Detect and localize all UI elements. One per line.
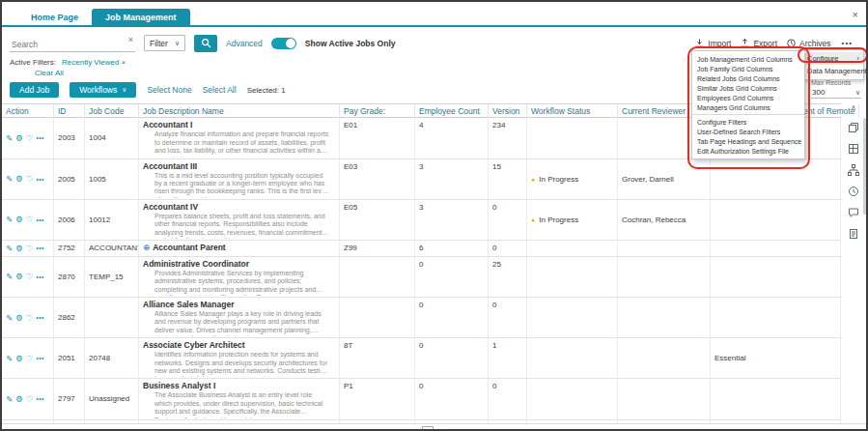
filter-chip[interactable]: Recently Viewed×	[62, 57, 126, 68]
settings-gear-icon[interactable]: ⚙	[15, 174, 23, 184]
menu-item[interactable]: User-Defined Search Filters	[692, 127, 804, 136]
workflows-button[interactable]: Workflows∨	[70, 82, 136, 98]
job-name[interactable]: Accountant III	[143, 161, 197, 171]
column-header[interactable]: Version	[489, 104, 527, 118]
select-none-link[interactable]: Select None	[147, 85, 191, 95]
column-header[interactable]: ID	[54, 104, 85, 118]
edit-icon[interactable]: ✎	[6, 272, 13, 281]
favorite-heart-icon[interactable]: ♡	[26, 354, 34, 363]
column-header[interactable]: Job Code	[85, 104, 139, 118]
menu-item-data-management[interactable]: Data Management ›	[803, 65, 863, 77]
edit-icon[interactable]: ✎	[6, 133, 13, 143]
add-job-button[interactable]: Add Job	[10, 82, 59, 98]
settings-gear-icon[interactable]: ⚙	[15, 215, 23, 224]
archives-button[interactable]: Archives	[786, 38, 831, 48]
favorite-heart-icon[interactable]: ♡	[26, 313, 34, 323]
duplicate-icon[interactable]	[848, 122, 859, 133]
table-row[interactable]: ✎ ⚙ ♡ ••• 2051 20748 ⊕Associate Cyber Ar…	[2, 338, 841, 379]
filter-dropdown[interactable]: Filter ∨	[144, 35, 185, 51]
settings-gear-icon[interactable]: ⚙	[15, 354, 23, 363]
search-button[interactable]	[194, 35, 217, 52]
menu-item-configure[interactable]: Configure ›	[803, 52, 863, 65]
settings-gear-icon[interactable]: ⚙	[15, 272, 23, 281]
job-name[interactable]: Accountant Parent	[153, 243, 226, 252]
column-header[interactable]: Pay Grade:	[340, 104, 415, 118]
row-more-icon[interactable]: •••	[36, 216, 43, 223]
menu-item[interactable]: Configure Filters	[692, 117, 804, 127]
remove-filter-icon[interactable]: ×	[121, 58, 126, 67]
column-header[interactable]: Job Description Name	[139, 104, 340, 118]
table-row[interactable]: ✎ ⚙ ♡ ••• 2862 ⊕Alliance Sales Manager A…	[2, 298, 841, 338]
row-more-icon[interactable]: •••	[36, 176, 43, 183]
row-more-icon[interactable]: •••	[36, 134, 43, 141]
menu-item[interactable]: Related Jobs Grid Columns	[692, 73, 804, 83]
favorite-heart-icon[interactable]: ♡	[26, 174, 34, 184]
max-records-select[interactable]: 300 ∨	[811, 86, 861, 99]
settings-gear-icon[interactable]: ⚙	[15, 313, 23, 323]
job-name[interactable]: Alliance Sales Manager	[143, 300, 235, 309]
menu-item[interactable]: Job Family Grid Columns	[692, 64, 804, 73]
vertical-scrollbar[interactable]	[863, 118, 866, 215]
expand-parent-icon[interactable]: ⊕	[143, 243, 150, 252]
active-jobs-toggle[interactable]	[271, 38, 296, 49]
settings-gear-icon[interactable]: ⚙	[15, 394, 23, 404]
table-row[interactable]: ✎ ⚙ ♡ ••• 2006 10012 ⊕Accountant IV Prep…	[2, 200, 841, 241]
menu-item[interactable]: Tab Page Headings and Sequence	[692, 136, 804, 146]
row-more-icon[interactable]: •••	[36, 355, 43, 361]
grid-icon[interactable]	[848, 143, 859, 155]
table-row[interactable]: ✎ ⚙ ♡ ••• 2797 Unassigned ⊕Business Anal…	[2, 379, 841, 419]
notes-icon[interactable]	[848, 228, 859, 240]
favorite-heart-icon[interactable]: ♡	[26, 244, 34, 253]
edit-icon[interactable]: ✎	[6, 313, 13, 323]
advanced-link[interactable]: Advanced	[226, 39, 263, 48]
org-chart-icon[interactable]	[848, 164, 859, 176]
job-name[interactable]: Associate Cyber Architect	[143, 340, 245, 350]
tab-home-page[interactable]: Home Page	[17, 9, 92, 25]
menu-item[interactable]: Employees Grid Columns	[692, 93, 804, 102]
scroll-up-icon[interactable]: ∧	[851, 104, 856, 112]
settings-gear-icon[interactable]: ⚙	[15, 133, 23, 143]
export-button[interactable]: Export	[740, 38, 777, 48]
column-header[interactable]: Workflow Status	[527, 104, 618, 118]
table-row[interactable]: ✎ ⚙ ♡ ••• 2791 Unassigned ⊕Business Anal…	[2, 420, 841, 424]
row-more-icon[interactable]: •••	[36, 273, 43, 280]
job-name[interactable]: Business Analyst I	[143, 381, 215, 390]
row-more-icon[interactable]: •••	[36, 244, 43, 251]
job-name[interactable]: Business Analyst II	[143, 422, 218, 424]
job-name[interactable]: Accountant I	[143, 120, 192, 129]
search-input[interactable]	[10, 38, 135, 52]
edit-icon[interactable]: ✎	[6, 394, 13, 404]
favorite-heart-icon[interactable]: ♡	[26, 394, 34, 404]
favorite-heart-icon[interactable]: ♡	[26, 272, 34, 281]
history-icon[interactable]	[848, 186, 859, 197]
table-row[interactable]: ✎ ⚙ ♡ ••• 2870 TEMP_15 ⊕Administrative C…	[2, 257, 841, 298]
edit-icon[interactable]: ✎	[6, 354, 13, 363]
edit-icon[interactable]: ✎	[6, 174, 13, 184]
more-options-icon[interactable]: •••	[842, 39, 853, 47]
menu-item[interactable]: Managers Grid Columns	[692, 102, 804, 112]
row-more-icon[interactable]: •••	[36, 395, 43, 402]
edit-icon[interactable]: ✎	[6, 215, 13, 224]
clear-search-icon[interactable]: ×	[128, 35, 133, 44]
close-icon[interactable]: ×	[853, 10, 858, 20]
settings-gear-icon[interactable]: ⚙	[15, 244, 23, 253]
column-header[interactable]: Employee Count	[415, 104, 489, 118]
menu-item[interactable]: Job Management Grid Columns	[692, 54, 804, 64]
select-all-link[interactable]: Select All	[203, 85, 237, 95]
menu-item[interactable]: Edit Authorization Settings File	[692, 146, 804, 156]
row-more-icon[interactable]: •••	[36, 314, 43, 321]
comment-icon[interactable]	[848, 207, 859, 218]
cell-pay-grade: P1	[340, 379, 415, 418]
job-name[interactable]: Accountant IV	[143, 202, 198, 212]
edit-icon[interactable]: ✎	[6, 244, 13, 253]
table-row[interactable]: ✎ ⚙ ♡ ••• 2752 ACCOUNTANT ⊕Accountant Pa…	[2, 241, 841, 257]
column-header[interactable]: Action	[2, 104, 54, 118]
page-number-input[interactable]: 1	[422, 426, 434, 431]
menu-item[interactable]: Similar Jobs Grid Columns	[692, 83, 804, 93]
favorite-heart-icon[interactable]: ♡	[26, 133, 34, 143]
import-button[interactable]: Import	[694, 38, 731, 48]
favorite-heart-icon[interactable]: ♡	[26, 215, 34, 224]
job-name[interactable]: Administrative Coordinator	[143, 259, 249, 269]
tab-job-management[interactable]: Job Management	[92, 9, 190, 25]
table-row[interactable]: ✎ ⚙ ♡ ••• 2005 1005 ⊕Accountant III This…	[2, 159, 841, 200]
